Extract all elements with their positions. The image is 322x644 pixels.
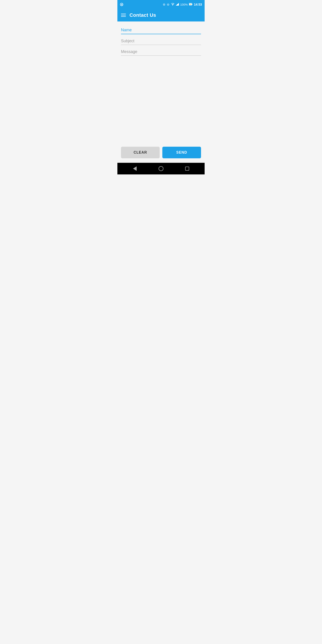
status-bar: ⚙ ⊖ 100% ⚡	[118, 0, 204, 9]
contact-form	[118, 22, 204, 143]
bluetooth-icon: ⚙	[163, 3, 166, 6]
send-button[interactable]: SEND	[162, 147, 201, 158]
svg-text:⚡: ⚡	[190, 4, 192, 5]
form-spacer	[121, 58, 201, 143]
message-input[interactable]	[121, 48, 201, 56]
home-nav-button[interactable]	[156, 164, 166, 173]
hamburger-menu-icon[interactable]	[121, 14, 126, 17]
clear-button[interactable]: CLEAR	[121, 147, 160, 158]
message-field-container	[121, 48, 201, 56]
home-icon	[158, 166, 164, 171]
svg-rect-3	[192, 4, 192, 5]
battery-text: 100%	[180, 3, 188, 6]
signal-icon	[176, 3, 179, 6]
back-nav-button[interactable]	[130, 164, 139, 173]
name-field-container	[121, 26, 201, 34]
notification-indicator	[120, 3, 123, 6]
svg-point-0	[172, 5, 173, 5]
subject-input[interactable]	[121, 37, 201, 45]
back-icon	[133, 166, 137, 171]
battery-icon: ⚡	[189, 3, 192, 6]
wifi-icon	[171, 3, 174, 6]
action-buttons: CLEAR SEND	[118, 143, 204, 163]
recents-nav-button[interactable]	[183, 164, 192, 173]
navigation-bar	[118, 163, 204, 174]
recents-icon	[185, 166, 189, 170]
status-time: 14:53	[194, 3, 202, 6]
svg-marker-1	[176, 3, 179, 6]
status-right: ⚙ ⊖ 100% ⚡	[163, 3, 202, 6]
subject-field-container	[121, 37, 201, 45]
app-bar: Contact Us	[118, 9, 204, 22]
app-bar-title: Contact Us	[130, 12, 156, 18]
status-left	[120, 3, 123, 6]
name-input[interactable]	[121, 26, 201, 34]
dnd-icon: ⊖	[167, 3, 170, 6]
